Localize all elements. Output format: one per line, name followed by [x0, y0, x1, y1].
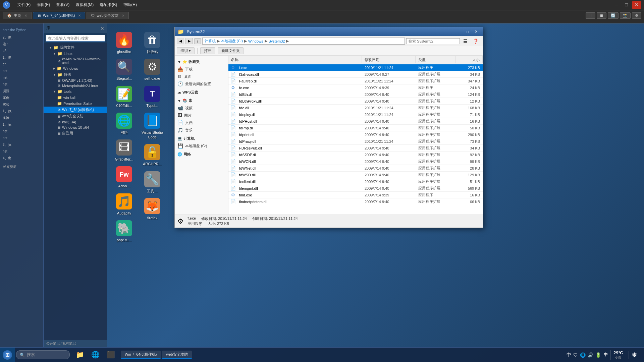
file-row-1[interactable]: 📄 f3ahvoas.dll 2009/7/14 9:27 应用程序扩展 34 …	[228, 71, 483, 78]
search-input-explorer[interactable]	[406, 38, 460, 44]
file-row-12[interactable]: 📄 FDResPub.dll 2009/7/14 9:40 应用程序扩展 34 …	[228, 145, 483, 152]
tab-home-close[interactable]: ✕	[24, 14, 27, 17]
col-header-type[interactable]: 类型	[416, 56, 456, 63]
desktop-icon-stegsol[interactable]: 🔍 Stegsol...	[111, 57, 138, 82]
taskbar-websec-window[interactable]: web安全攻防	[162, 351, 192, 359]
tray-lang-icon[interactable]: 中	[567, 352, 571, 358]
new-folder-btn[interactable]: 新建文件夹	[218, 47, 244, 54]
open-btn[interactable]: 打开	[200, 47, 215, 54]
menu-help[interactable]: 帮助(H)	[120, 1, 140, 9]
tree-item-meta[interactable]: 🖥Metasploitable2-Linux	[44, 83, 107, 88]
file-row-13[interactable]: 📄 fdSSDP.dll 2009/7/14 9:40 应用程序扩展 92 KB	[228, 152, 483, 158]
tree-item-windows[interactable]: ▶📁Windows	[44, 65, 107, 71]
file-row-0[interactable]: ⚙ f.exe 2010/11/21 11:24 应用程序 273 KB	[228, 64, 483, 71]
taskbar-app-files[interactable]: 📁	[72, 348, 87, 362]
tree-item-special[interactable]: ▼📁特殊	[44, 71, 107, 78]
tree-item-winkali[interactable]: 📁win kali	[44, 95, 107, 101]
file-row-3[interactable]: ⚙ fc.exe 2009/7/14 9:39 应用程序 24 KB	[228, 84, 483, 91]
start-button[interactable]: ⊞	[0, 348, 15, 362]
tree-item-kali[interactable]: 🖥kali-linux-2023.1-vmware-amd...	[44, 57, 107, 65]
tree-item-pensuit[interactable]: 📁Penetration Suite	[44, 101, 107, 107]
desktop-icon-typoi[interactable]: T Typoi...	[139, 84, 166, 110]
vmware-minimize-btn[interactable]: ─	[612, 1, 621, 9]
forward-btn[interactable]: ▶	[185, 38, 193, 44]
vmware-close-btn[interactable]: ✕	[632, 1, 641, 9]
file-row-20[interactable]: 📄 findnetprinters.dll 2009/7/14 9:40 应用程…	[228, 198, 483, 205]
path-computer[interactable]: 计算机	[205, 39, 216, 44]
tree-item-self[interactable]: 🖥自己用	[44, 130, 107, 136]
desktop-icon-phpstu[interactable]: 🐘 phpStu...	[111, 219, 138, 244]
back-btn[interactable]: ◀	[177, 38, 184, 44]
taskbar-win7-window[interactable]: Win 7_64(ct操作机)	[121, 351, 161, 359]
nav-wps-header[interactable]: ☁WPS云盘	[175, 89, 228, 96]
tree-item-win7[interactable]: 🖥Win 7_64(ct操作机)	[44, 107, 107, 113]
path-c[interactable]: 本地磁盘 (C:)	[221, 39, 243, 44]
taskbar-search[interactable]: 🔍 搜索	[16, 350, 70, 359]
desktop-icon-ghostfire[interactable]: 🔥 ghostfire	[111, 30, 138, 56]
organize-btn[interactable]: 组织 ▾	[177, 47, 195, 54]
file-row-4[interactable]: 📄 fdBth.dll 2009/7/14 9:40 应用程序扩展 124 KB	[228, 91, 483, 98]
tree-item-win10[interactable]: 🖥Windows 10 x64	[44, 125, 107, 130]
col-header-size[interactable]: 大小	[456, 56, 483, 63]
menu-edit[interactable]: 编辑(E)	[34, 1, 53, 9]
nav-item-video[interactable]: 📹 视频	[175, 104, 228, 112]
vm-ctrl-btn-2[interactable]: ⏹	[597, 12, 606, 19]
vmware-tab-win7[interactable]: 🖥 Win 7_64(ct操作机) ✕	[33, 12, 85, 19]
file-row-17[interactable]: 📄 feclient.dll 2009/7/14 9:40 应用程序扩展 51 …	[228, 178, 483, 185]
file-row-16[interactable]: 📄 fdWSD.dll 2009/7/14 9:40 应用程序扩展 129 KB	[228, 172, 483, 178]
vmware-maximize-btn[interactable]: □	[623, 1, 631, 9]
tree-item-myfiles[interactable]: ▼📁我的文件	[44, 44, 107, 51]
vmware-tab-home[interactable]: 🏠 主页 ✕	[3, 12, 32, 19]
weather-widget[interactable]: 29°C 小雨	[610, 350, 626, 360]
tray-shield-icon[interactable]: 🛡	[573, 352, 578, 358]
tree-item-tools[interactable]: ▼📁tools	[44, 88, 107, 95]
file-row-2[interactable]: 📄 Faultrep.dll 2010/11/21 11:24 应用程序扩展 3…	[228, 78, 483, 84]
nav-item-cdrive[interactable]: 💾 本地磁盘 (C:)	[175, 142, 228, 149]
nav-item-recent[interactable]: 🕐 最近访问的位置	[175, 80, 228, 87]
tab-win7-close[interactable]: ✕	[78, 14, 81, 17]
taskbar-app-ie[interactable]: 🌐	[88, 348, 103, 362]
tray-network-icon[interactable]: 🌐	[580, 352, 586, 358]
desktop-icon-adobe[interactable]: Fw Adob...	[111, 165, 138, 190]
path-windows[interactable]: Windows	[248, 39, 263, 43]
file-row-11[interactable]: 📄 fdProxy.dll 2010/11/21 11:24 应用程序扩展 73…	[228, 138, 483, 145]
path-system32[interactable]: System32	[269, 39, 285, 43]
vm-ctrl-btn-5[interactable]: ⚙	[632, 12, 641, 19]
col-header-name[interactable]: 名称	[228, 56, 362, 63]
vmware-tab-web[interactable]: 🛡 web安全攻防 ✕	[87, 12, 128, 19]
file-row-5[interactable]: 📄 fdBthProxy.dll 2009/7/14 9:40 应用程序扩展 1…	[228, 98, 483, 105]
desktop-icon-network[interactable]: 🌐 网络	[111, 111, 138, 136]
left-panel-close-btn[interactable]: ✕	[100, 26, 104, 31]
tree-item-kali134[interactable]: 🖥kali(134)	[44, 119, 107, 125]
nav-item-documents[interactable]: 📄 文档	[175, 119, 228, 126]
menu-file[interactable]: 文件(F)	[15, 1, 33, 9]
window-close-btn[interactable]: ✕	[472, 29, 480, 35]
desktop-icon-tools[interactable]: 🔧 工具...	[139, 170, 166, 195]
nav-item-music[interactable]: 🎵 音乐	[175, 126, 228, 134]
view-toggle-btn[interactable]: ☰	[461, 38, 470, 45]
file-row-19[interactable]: ⚙ find.exe 2009/7/14 9:39 应用程序 16 KB	[228, 192, 483, 198]
desktop-icon-vscode[interactable]: 📘 Visual Studio Code	[139, 111, 166, 141]
nav-item-pictures[interactable]: 🖼 图片	[175, 112, 228, 119]
tray-time[interactable]: 中	[604, 352, 608, 358]
menu-view[interactable]: 查看(V)	[53, 1, 72, 9]
tray-battery-icon[interactable]: 🔋	[595, 352, 601, 358]
up-btn[interactable]: ↑	[194, 38, 201, 44]
taskbar-app-cmd[interactable]: ⬛	[103, 348, 118, 362]
nav-item-download[interactable]: 📥 下载	[175, 65, 228, 73]
file-row-7[interactable]: 📄 fdeploy.dll 2010/11/21 11:24 应用程序扩展 71…	[228, 111, 483, 118]
desktop-icon-gifsplitter[interactable]: 🎞 Gifsplitter...	[111, 138, 138, 163]
tree-item-owasp[interactable]: 🖥OWASP v1.2(143)	[44, 78, 107, 83]
col-header-date[interactable]: 修改日期	[362, 56, 416, 63]
tree-item-linux[interactable]: ▼📁Linux	[44, 51, 107, 57]
desktop-icon-firefox[interactable]: 🦊 firefox	[139, 196, 166, 222]
vm-ctrl-btn-3[interactable]: 🔄	[608, 12, 619, 19]
file-row-8[interactable]: 📄 fdPHost.dll 2009/7/14 9:40 应用程序扩展 16 K…	[228, 118, 483, 125]
window-maximize-btn[interactable]: □	[463, 29, 471, 35]
nav-network-header[interactable]: 🌐网络	[175, 151, 228, 158]
file-row-15[interactable]: 📄 fdWNet.dll 2009/7/14 9:40 应用程序扩展 28 KB	[228, 165, 483, 172]
nav-item-desktop[interactable]: 🖥 桌面	[175, 73, 228, 80]
file-row-14[interactable]: 📄 fdWCN.dll 2009/7/14 9:40 应用程序扩展 99 KB	[228, 158, 483, 165]
vm-pause-btn[interactable]: ⏸	[586, 12, 595, 19]
desktop-icon-sethc[interactable]: ⚙ sethc.exe	[139, 57, 166, 82]
